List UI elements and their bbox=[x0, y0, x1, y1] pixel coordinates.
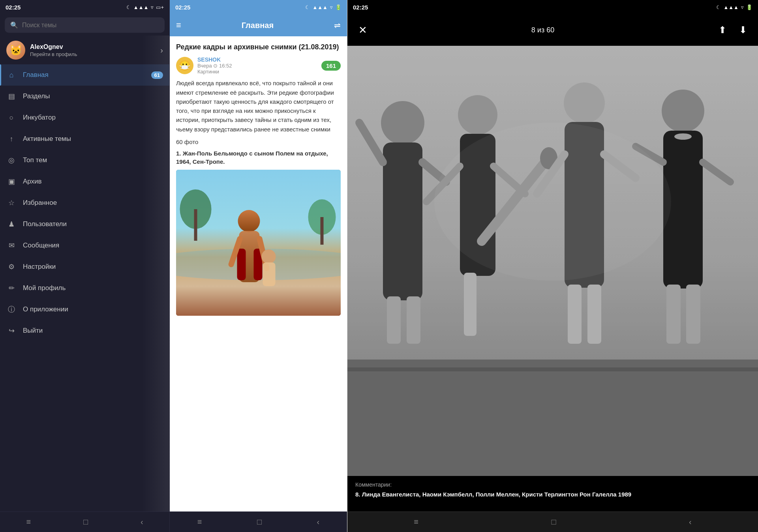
signal-icon: ▲▲▲ bbox=[133, 4, 149, 10]
users-icon: ♟ bbox=[6, 219, 17, 229]
battery-icon-middle: 🔋 bbox=[335, 4, 341, 10]
beach-svg bbox=[176, 170, 341, 316]
author-info: SESHOK Вчера ⊙ 16:52 Картинки bbox=[197, 56, 317, 75]
profile-name: AlexOgnev bbox=[30, 43, 156, 51]
article-content: Редкие кадры и архивные снимки (21.08.20… bbox=[170, 36, 347, 511]
app-title: Главная bbox=[242, 21, 274, 30]
article-text: Людей всегда привлекало всё, что покрыто… bbox=[176, 79, 341, 134]
about-icon: ⓘ bbox=[6, 304, 17, 315]
wifi-icon: ▿ bbox=[151, 4, 154, 10]
nav-label-about: О приложении bbox=[23, 305, 68, 313]
photo-header: ✕ 8 из 60 ⬆ ⬇ bbox=[347, 14, 758, 46]
author-name[interactable]: SESHOK bbox=[197, 56, 317, 63]
back-button-right[interactable]: ‹ bbox=[681, 514, 700, 530]
svg-point-2 bbox=[238, 210, 260, 232]
avatar: 🐱 bbox=[6, 41, 25, 60]
profile-subtitle: Перейти в профиль bbox=[30, 51, 156, 57]
peek-overlay bbox=[142, 36, 169, 511]
menu-button-middle[interactable]: ≡ bbox=[190, 514, 210, 530]
svg-rect-11 bbox=[194, 209, 197, 241]
share-button[interactable]: ⬆ bbox=[715, 23, 730, 37]
nav-label-settings: Настройки bbox=[23, 263, 56, 271]
photo-counter: 8 из 60 bbox=[377, 26, 709, 34]
favorites-icon: ☆ bbox=[6, 198, 17, 208]
middle-panel: 02:25 ☾ ▲▲▲ ▿ 🔋 ≡ Главная ⇌ Редкие кадры… bbox=[170, 0, 347, 532]
status-icons-right: ☾ ▲▲▲ ▿ 🔋 bbox=[716, 4, 752, 10]
home-icon: ⌂ bbox=[6, 70, 17, 80]
bottom-bar-right: ≡ □ ‹ bbox=[347, 511, 758, 532]
logout-icon: ↪ bbox=[6, 326, 17, 336]
author-avatar: 😷 bbox=[176, 57, 193, 74]
messages-icon: ✉ bbox=[6, 240, 17, 251]
download-button[interactable]: ⬇ bbox=[736, 23, 750, 37]
nav-label-logout: Выйти bbox=[23, 327, 43, 335]
moon-icon-right: ☾ bbox=[716, 4, 721, 10]
photo-viewer[interactable] bbox=[347, 46, 758, 476]
menu-button-right[interactable]: ≡ bbox=[406, 514, 426, 530]
home-button-right[interactable]: □ bbox=[543, 514, 564, 530]
status-time-left: 02:25 bbox=[6, 4, 21, 11]
battery-icon: ▭+ bbox=[156, 4, 164, 10]
left-panel: 02:25 ☾ ▲▲▲ ▿ ▭+ 🔍 🐱 AlexOgnev Перейти в… bbox=[0, 0, 170, 532]
wifi-icon-right: ▿ bbox=[741, 4, 744, 10]
status-time-right: 02:25 bbox=[353, 4, 368, 11]
nav-label-archive: Архив bbox=[23, 178, 42, 185]
top-icon: ◎ bbox=[6, 155, 17, 165]
author-meta-time: Вчера ⊙ 16:52 bbox=[197, 63, 232, 69]
back-button-left[interactable]: ‹ bbox=[133, 514, 151, 530]
nav-label-sections: Разделы bbox=[23, 92, 50, 100]
photo-caption-bar: Комментарии: 8. Линда Евангелиста, Наоми… bbox=[347, 476, 758, 511]
status-bar-middle: 02:25 ☾ ▲▲▲ ▿ 🔋 bbox=[170, 0, 347, 14]
photo-caption: 1. Жан-Поль Бельмондо с сыном Полем на о… bbox=[176, 149, 341, 166]
comments-label: Комментарии: bbox=[355, 481, 750, 488]
author-row: 😷 SESHOK Вчера ⊙ 16:52 Картинки 161 bbox=[176, 56, 341, 75]
status-bar-left: 02:25 ☾ ▲▲▲ ▿ ▭+ bbox=[0, 0, 169, 14]
nav-label-favorites: Избранное bbox=[23, 199, 57, 207]
menu-button-left[interactable]: ≡ bbox=[18, 514, 39, 530]
myprofile-icon: ✏ bbox=[6, 283, 17, 293]
search-bar[interactable]: 🔍 bbox=[5, 17, 165, 33]
profile-info: AlexOgnev Перейти в профиль bbox=[30, 43, 156, 57]
svg-point-8 bbox=[262, 249, 276, 264]
nav-label-home: Главная bbox=[23, 71, 49, 79]
nav-label-incubator: Инкубатор bbox=[23, 114, 56, 122]
settings-icon: ⚙ bbox=[6, 262, 17, 272]
svg-rect-4 bbox=[237, 249, 246, 280]
wifi-icon-middle: ▿ bbox=[330, 4, 333, 10]
sections-icon: ▤ bbox=[6, 91, 17, 101]
bottom-bar-left: ≡ □ ‹ bbox=[0, 511, 169, 532]
home-button-middle[interactable]: □ bbox=[249, 514, 270, 530]
archive-icon: ▣ bbox=[6, 176, 17, 187]
home-button-left[interactable]: □ bbox=[75, 514, 96, 530]
article-title: Редкие кадры и архивные снимки (21.08.20… bbox=[176, 43, 341, 52]
right-panel: 02:25 ☾ ▲▲▲ ▿ 🔋 ✕ 8 из 60 ⬆ ⬇ bbox=[347, 0, 758, 532]
status-icons-middle: ☾ ▲▲▲ ▿ 🔋 bbox=[305, 4, 341, 10]
nav-label-active: Активные темы bbox=[23, 135, 71, 143]
nav-label-messages: Сообщения bbox=[23, 242, 59, 249]
search-input[interactable] bbox=[22, 22, 159, 29]
comment-badge[interactable]: 161 bbox=[321, 61, 341, 71]
filter-icon[interactable]: ⇌ bbox=[334, 21, 341, 30]
status-icons-left: ☾ ▲▲▲ ▿ ▭+ bbox=[126, 4, 164, 10]
nav-label-top: Топ тем bbox=[23, 156, 47, 164]
back-button-middle[interactable]: ‹ bbox=[309, 514, 328, 530]
search-icon: 🔍 bbox=[10, 21, 18, 29]
signal-icon-middle: ▲▲▲ bbox=[312, 4, 328, 10]
moon-icon: ☾ bbox=[126, 4, 131, 10]
close-button[interactable]: ✕ bbox=[355, 22, 370, 38]
author-meta: Вчера ⊙ 16:52 bbox=[197, 63, 317, 69]
hamburger-icon[interactable]: ≡ bbox=[176, 20, 181, 30]
photo-count: 60 фото bbox=[176, 139, 341, 145]
svg-rect-9 bbox=[263, 262, 276, 286]
photo-description: 8. Линда Евангелиста, Наоми Кэмпбелл, По… bbox=[355, 490, 750, 498]
status-time-middle: 02:25 bbox=[175, 4, 190, 11]
nav-label-myprofile: Мой профиль bbox=[23, 284, 66, 292]
moon-icon-middle: ☾ bbox=[305, 4, 310, 10]
status-bar-right: 02:25 ☾ ▲▲▲ ▿ 🔋 bbox=[347, 0, 758, 14]
incubator-icon: ○ bbox=[6, 112, 17, 123]
battery-icon-right: 🔋 bbox=[746, 4, 752, 10]
article-image[interactable] bbox=[176, 170, 341, 316]
bottom-bar-middle: ≡ □ ‹ bbox=[170, 511, 347, 532]
signal-icon-right: ▲▲▲ bbox=[723, 4, 739, 10]
app-bar: ≡ Главная ⇌ bbox=[170, 14, 347, 36]
